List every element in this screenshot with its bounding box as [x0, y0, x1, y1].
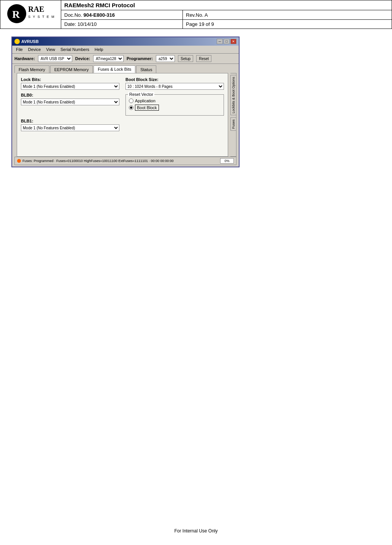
date-value: 10/14/10: [78, 21, 97, 27]
svg-text:S Y S T E M S: S Y S T E M S: [28, 15, 56, 19]
window-titlebar: ⚡ AVRUSB ─ □ ✕: [12, 37, 239, 46]
boot-block-size-label: Boot Block Size:: [125, 77, 224, 82]
window-icon: ⚡: [14, 39, 20, 44]
footer-text: For Internal Use Only: [174, 528, 217, 534]
reset-vector-group: Reset Vector Application Boot Block: [125, 94, 224, 116]
reset-vector-title: Reset Vector: [128, 92, 154, 97]
side-tab[interactable]: Lockbits & Boot Options Fuses: [230, 73, 236, 157]
menu-bar: File Device View Serial Numbers Help: [12, 46, 239, 54]
programmer-label: Programmer:: [127, 56, 153, 61]
blb0-label: BLB0:: [21, 93, 119, 97]
page-value: 19 of 9: [199, 21, 214, 27]
blb1-select[interactable]: Mode 1 (No Features Enabled): [21, 124, 119, 131]
menu-device[interactable]: Device: [26, 46, 43, 52]
menu-view[interactable]: View: [44, 46, 57, 52]
tab-status[interactable]: Status: [136, 65, 156, 73]
close-button[interactable]: ✕: [230, 39, 236, 44]
blb1-label: BLB1:: [21, 119, 119, 123]
footer: For Internal Use Only: [0, 528, 392, 534]
page-label: Page: [186, 21, 197, 27]
status-indicator: [17, 159, 21, 163]
tab-eeprom-memory[interactable]: EEPROM Memory: [50, 65, 93, 73]
titlebar-buttons: ─ □ ✕: [217, 39, 236, 44]
blb0-select[interactable]: Mode 1 (No Features Enabled): [21, 99, 119, 105]
titlebar-left: ⚡ AVRUSB: [14, 39, 39, 44]
tab-fuses-lock-bits[interactable]: Fuses & Lock Bits: [94, 65, 135, 73]
status-bar: Fuses: Programmed · Fuses=01100010 HighF…: [14, 157, 236, 165]
window-title: AVRUSB: [21, 39, 39, 44]
minimize-button[interactable]: ─: [217, 39, 223, 44]
menu-help[interactable]: Help: [92, 46, 106, 52]
rev-value: A: [205, 12, 208, 18]
device-select[interactable]: ATmega1281: [93, 55, 124, 62]
menu-file[interactable]: File: [14, 46, 25, 52]
hardware-select[interactable]: AVR USB ISP: [38, 55, 72, 62]
radio-boot-block-row: Boot Block: [129, 105, 221, 111]
doc-no-value: 904-E800-316: [84, 12, 115, 18]
lock-bits-label: Lock Bits:: [21, 77, 119, 82]
setup-button[interactable]: Setup: [178, 55, 193, 62]
programmer-select[interactable]: a259: [156, 55, 175, 62]
radio-application[interactable]: [129, 99, 133, 103]
rev-label: Rev.No.: [186, 12, 203, 18]
maximize-button[interactable]: □: [224, 39, 230, 44]
boot-block-size-select[interactable]: 10 : 1024 Words - 8 Pages: [125, 83, 224, 90]
toolbar: Hardware: AVR USB ISP Device: ATmega1281…: [12, 54, 239, 64]
doc-no-label: Doc.No.: [64, 12, 82, 18]
hardware-label: Hardware:: [14, 56, 35, 61]
status-text: Fuses: Programmed · Fuses=01100010 HighF…: [22, 159, 174, 163]
tab-flash-memory[interactable]: Flash Memory: [14, 65, 49, 73]
menu-serial-numbers[interactable]: Serial Numbers: [58, 46, 92, 52]
boot-block-label: Boot Block: [135, 105, 159, 111]
application-label: Application: [135, 99, 156, 103]
svg-text:R: R: [12, 8, 20, 20]
progress-indicator: 0%: [220, 158, 234, 164]
lock-bits-select[interactable]: Mode 1 (No Features Enabled): [21, 83, 119, 90]
reset-button[interactable]: Reset: [196, 55, 211, 62]
radio-application-row: Application: [129, 99, 221, 103]
date-label: Date:: [64, 21, 76, 27]
doc-title: RAEMesh2 RMCI Protocol: [64, 2, 135, 8]
device-label: Device:: [75, 56, 90, 61]
avrusb-window: ⚡ AVRUSB ─ □ ✕ File Device View Serial N…: [11, 37, 240, 167]
side-tab-lockbits[interactable]: Lockbits & Boot Options: [230, 75, 236, 115]
svg-text:RAE: RAE: [28, 5, 44, 13]
content-panel: Lock Bits: Mode 1 (No Features Enabled) …: [17, 73, 228, 157]
side-tab-fuses[interactable]: Fuses: [230, 118, 236, 131]
radio-boot-block[interactable]: [129, 105, 133, 110]
tab-bar: Flash Memory EEPROM Memory Fuses & Lock …: [12, 64, 239, 73]
rae-logo: R RAE S Y S T E M S: [6, 3, 56, 24]
